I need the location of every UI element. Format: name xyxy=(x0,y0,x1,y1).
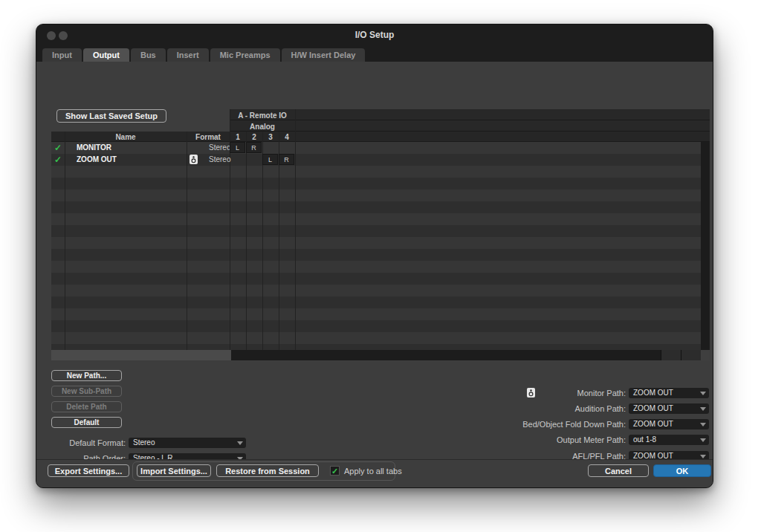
path-table-body[interactable] xyxy=(51,142,701,350)
monitor-path-dropdown[interactable]: ZOOM OUT xyxy=(629,388,709,398)
tab-output[interactable]: Output xyxy=(83,48,129,62)
channel-header-4: 4 xyxy=(279,133,295,141)
new-path-button[interactable]: New Path... xyxy=(51,370,122,381)
channel-assign-cell[interactable]: L xyxy=(262,154,278,165)
output-meter-path-value: out 1-8 xyxy=(633,435,656,444)
path-name[interactable]: MONITOR xyxy=(77,142,111,154)
dropdown-arrow-icon xyxy=(700,455,706,458)
scroll-right-button[interactable] xyxy=(681,350,701,360)
tab-insert[interactable]: Insert xyxy=(167,48,209,62)
table-row[interactable]: ✓ ZOOM OUT Stereo L R xyxy=(51,154,701,166)
monitor-path-value: ZOOM OUT xyxy=(633,389,673,397)
channel-assign-cell[interactable] xyxy=(246,154,262,165)
format-column-header[interactable]: Format xyxy=(187,133,230,141)
analog-group-header[interactable]: Analog xyxy=(230,123,295,131)
channel-header-2: 2 xyxy=(246,133,262,141)
channel-assign-cell[interactable] xyxy=(279,142,294,153)
channel-assign-cell[interactable] xyxy=(230,154,245,165)
titlebar[interactable]: I/O Setup xyxy=(36,25,713,45)
audition-path-label: Audition Path: xyxy=(464,403,626,414)
dropdown-arrow-icon xyxy=(700,423,706,426)
monitor-path-label: Monitor Path: xyxy=(464,388,626,398)
device-header-band xyxy=(230,109,710,120)
channel-header-3: 3 xyxy=(262,133,279,141)
monitor-speaker-icon xyxy=(190,155,198,164)
path-format[interactable]: Stereo xyxy=(209,154,230,166)
new-sub-path-button: New Sub-Path xyxy=(51,386,122,397)
ok-button[interactable]: OK xyxy=(653,464,711,477)
dropdown-arrow-icon xyxy=(237,441,243,445)
audition-path-value: ZOOM OUT xyxy=(633,404,673,412)
path-name[interactable]: ZOOM OUT xyxy=(77,154,117,166)
table-row[interactable]: ✓ MONITOR Stereo L R xyxy=(51,142,701,154)
tab-hw-insert-delay[interactable]: H/W Insert Delay xyxy=(282,48,366,62)
path-active-check-icon[interactable]: ✓ xyxy=(51,154,65,166)
cancel-button[interactable]: Cancel xyxy=(588,464,649,477)
window-title: I/O Setup xyxy=(36,30,713,40)
channel-header-1: 1 xyxy=(230,133,246,141)
bed-object-fold-down-path-label: Bed/Object Fold Down Path: xyxy=(464,419,626,429)
scrollbar-corner xyxy=(701,350,710,360)
default-format-dropdown[interactable]: Stereo xyxy=(129,438,246,448)
channel-assign-cell[interactable]: R xyxy=(246,142,262,153)
default-format-value: Stereo xyxy=(133,438,155,447)
output-meter-path-label: Output Meter Path: xyxy=(464,435,626,445)
dropdown-arrow-icon xyxy=(700,438,706,442)
channel-assign-cell[interactable]: L xyxy=(230,142,245,153)
channel-assign-cell[interactable]: R xyxy=(279,154,294,165)
device-header[interactable]: A - Remote IO xyxy=(230,111,295,120)
tab-mic-preamps[interactable]: Mic Preamps xyxy=(210,48,280,62)
default-format-label: Default Format: xyxy=(51,438,126,448)
tab-input[interactable]: Input xyxy=(42,48,82,62)
analog-group-band xyxy=(230,120,710,132)
dropdown-arrow-icon xyxy=(700,407,706,411)
channel-assign-cell[interactable] xyxy=(262,142,278,153)
path-format[interactable]: Stereo xyxy=(209,142,230,154)
path-active-check-icon[interactable]: ✓ xyxy=(51,142,65,154)
export-settings-button[interactable]: Export Settings... xyxy=(48,464,129,477)
audition-path-dropdown[interactable]: ZOOM OUT xyxy=(629,403,709,414)
scroll-left-button[interactable] xyxy=(661,350,681,360)
horizontal-scrollbar[interactable] xyxy=(231,350,701,360)
fixed-columns-scroll-thumb[interactable] xyxy=(51,350,231,360)
dropdown-arrow-icon xyxy=(700,392,706,395)
default-button[interactable]: Default xyxy=(51,417,122,428)
bed-object-fold-down-path-value: ZOOM OUT xyxy=(633,420,673,428)
restore-from-session-button[interactable]: Restore from Session xyxy=(216,464,319,477)
show-last-saved-setup-button[interactable]: Show Last Saved Setup xyxy=(56,109,166,123)
io-setup-window: I/O Setup Input Output Bus Insert Mic Pr… xyxy=(36,24,713,488)
output-tab-content: A - Remote IO Analog Name Format 1 2 3 4… xyxy=(36,62,713,459)
apply-to-all-tabs-label[interactable]: Apply to all tabs xyxy=(344,466,402,476)
footer: Export Settings... Import Settings... Re… xyxy=(36,460,713,487)
delete-path-button: Delete Path xyxy=(51,401,122,412)
vertical-scrollbar[interactable] xyxy=(701,142,710,350)
output-meter-path-dropdown[interactable]: out 1-8 xyxy=(629,435,709,445)
name-column-header[interactable]: Name xyxy=(65,133,187,141)
tab-bar: Input Output Bus Insert Mic Preamps H/W … xyxy=(42,48,365,62)
import-settings-button[interactable]: Import Settings... xyxy=(137,464,211,477)
tab-bus[interactable]: Bus xyxy=(131,48,166,62)
apply-to-all-tabs-checkbox[interactable]: ✓ xyxy=(330,466,340,476)
bed-object-fold-down-path-dropdown[interactable]: ZOOM OUT xyxy=(629,419,709,429)
